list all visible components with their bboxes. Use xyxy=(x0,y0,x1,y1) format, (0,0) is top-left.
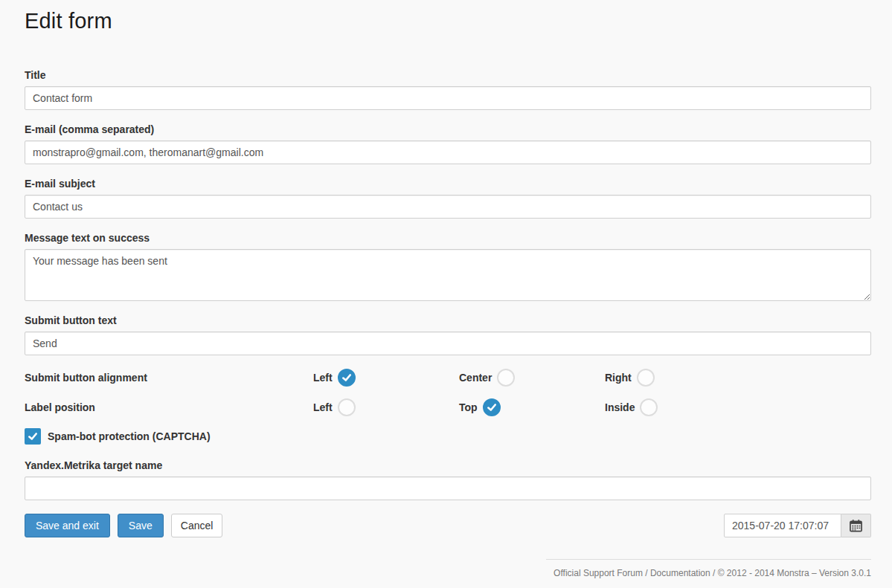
radio-label: Center xyxy=(459,372,492,384)
action-row: Save and exit Save Cancel xyxy=(25,514,871,537)
datetime-input[interactable] xyxy=(724,514,841,537)
button-group: Save and exit Save Cancel xyxy=(25,514,222,537)
field-group-yandex: Yandex.Metrika target name xyxy=(25,459,871,500)
radio-label: Left xyxy=(313,372,333,384)
content-area: Edit form Title E-mail (comma separated)… xyxy=(0,0,892,579)
radio-option-position-left[interactable]: Left xyxy=(313,398,459,416)
field-group-success-message: Message text on success Your message has… xyxy=(25,232,871,301)
radio-position-top[interactable] xyxy=(483,398,501,416)
radio-label: Top xyxy=(459,401,478,413)
save-and-exit-button[interactable]: Save and exit xyxy=(25,514,110,537)
field-group-subject: E-mail subject xyxy=(25,178,871,219)
submit-alignment-label: Submit button alignment xyxy=(25,372,313,384)
check-icon xyxy=(341,372,352,383)
radio-option-position-top[interactable]: Top xyxy=(459,398,605,416)
radio-alignment-right[interactable] xyxy=(637,369,655,387)
captcha-label: Spam-bot protection (CAPTCHA) xyxy=(48,430,211,442)
calendar-icon xyxy=(849,519,863,533)
title-input[interactable] xyxy=(25,86,871,110)
check-icon xyxy=(487,402,497,413)
datetime-picker-button[interactable] xyxy=(841,514,871,537)
label-position-row: Label position Left Top Inside xyxy=(25,398,871,416)
submit-text-input[interactable] xyxy=(25,332,871,355)
radio-position-left[interactable] xyxy=(338,398,356,416)
support-forum-link[interactable]: Official Support Forum xyxy=(554,568,643,578)
submit-text-label: Submit button text xyxy=(25,314,871,326)
datetime-group xyxy=(724,514,871,537)
label-position-label: Label position xyxy=(25,401,313,413)
subject-label: E-mail subject xyxy=(25,178,871,190)
radio-option-alignment-center[interactable]: Center xyxy=(459,369,605,387)
radio-option-position-inside[interactable]: Inside xyxy=(605,398,871,416)
submit-alignment-row: Submit button alignment Left Center Righ… xyxy=(25,369,871,387)
radio-alignment-center[interactable] xyxy=(497,369,515,387)
cancel-button[interactable]: Cancel xyxy=(171,514,223,537)
radio-label: Right xyxy=(605,372,632,384)
email-input[interactable] xyxy=(25,140,871,164)
field-group-email: E-mail (comma separated) xyxy=(25,123,871,164)
title-label: Title xyxy=(25,69,871,81)
copyright-text: © 2012 - 2014 Monstra – Version 3.0.1 xyxy=(718,568,871,578)
page-title: Edit form xyxy=(25,9,871,33)
save-button[interactable]: Save xyxy=(118,514,164,537)
footer-separator: / xyxy=(643,568,650,578)
success-message-textarea[interactable]: Your message has been sent xyxy=(25,249,871,301)
documentation-link[interactable]: Documentation xyxy=(650,568,710,578)
footer: Official Support Forum / Documentation /… xyxy=(546,559,871,579)
captcha-checkbox[interactable] xyxy=(25,428,41,445)
radio-option-alignment-left[interactable]: Left xyxy=(313,369,459,387)
radio-label: Inside xyxy=(605,401,635,413)
radio-option-alignment-right[interactable]: Right xyxy=(605,369,871,387)
check-icon xyxy=(28,431,38,442)
subject-input[interactable] xyxy=(25,195,871,219)
email-label: E-mail (comma separated) xyxy=(25,123,871,135)
captcha-row: Spam-bot protection (CAPTCHA) xyxy=(25,428,871,445)
success-message-label: Message text on success xyxy=(25,232,871,244)
radio-alignment-left[interactable] xyxy=(338,369,356,387)
footer-separator: / xyxy=(710,568,718,578)
field-group-title: Title xyxy=(25,69,871,110)
yandex-input[interactable] xyxy=(25,476,871,500)
field-group-submit-text: Submit button text xyxy=(25,314,871,355)
radio-position-inside[interactable] xyxy=(640,398,658,416)
yandex-label: Yandex.Metrika target name xyxy=(25,459,871,471)
radio-label: Left xyxy=(313,401,333,413)
